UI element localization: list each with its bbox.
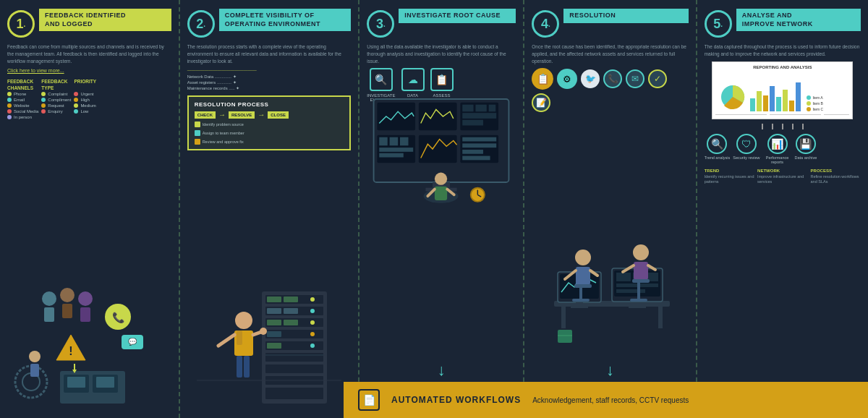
svg-rect-74 (463, 144, 497, 148)
step-5-bottom-text: TREND Identify recurring issues and patt… (705, 169, 861, 184)
svg-rect-37 (267, 331, 281, 337)
svg-point-31 (310, 309, 315, 313)
svg-point-84 (435, 173, 447, 185)
step-4-desc: Once the root cause has been identified,… (532, 43, 688, 64)
step-3-column: 3. INVESTIGATE ROOT CAUSE Using all the … (359, 0, 524, 418)
svg-text:💬: 💬 (128, 337, 137, 346)
svg-rect-57 (378, 103, 416, 130)
step-3-number: 3. (367, 10, 394, 38)
svg-rect-117 (630, 299, 647, 302)
svg-rect-108 (574, 284, 592, 288)
step-1-column: 1. FEEDBACK IDENTIFIED AND LOGGED Feedba… (0, 0, 180, 418)
step-1-illustration: ! 📞 💬 (7, 124, 171, 411)
step-5-number: 5. (705, 10, 732, 38)
step-3-title: INVESTIGATE ROOT CAUSE (399, 9, 516, 23)
svg-rect-105 (576, 267, 590, 285)
step-2-header: 2. COMPLETE VISIBILITY OF OPERATING ENVI… (187, 9, 352, 38)
svg-rect-7 (80, 307, 90, 322)
svg-rect-42 (265, 353, 323, 362)
step-5-bottom-icons: 🔍 Trend analysis 🛡 Security review 📊 Per… (705, 134, 861, 164)
performance-label: Performance reports (763, 155, 792, 164)
priority-type: PRIORITY Urgent High Medium Low (74, 79, 96, 119)
svg-rect-90 (658, 307, 663, 328)
svg-rect-110 (572, 299, 590, 302)
step-2-column: 2. COMPLETE VISIBILITY OF OPERATING ENVI… (180, 0, 360, 418)
workflows-icon: 📄 (358, 389, 380, 411)
svg-point-47 (235, 312, 252, 329)
svg-rect-26 (284, 297, 298, 302)
archive-label: Data archive (795, 155, 817, 160)
data-inputs: ———————————————— Network Data ..........… (187, 68, 352, 91)
trend-analysis-item: 🔍 Trend analysis (705, 134, 731, 164)
res-box-1: CHECK (195, 111, 216, 119)
step-4-arrow: ↓ (532, 362, 688, 378)
svg-rect-97 (616, 273, 631, 281)
svg-rect-115 (632, 279, 650, 283)
svg-line-50 (218, 335, 234, 346)
archive-item: 💾 Data archive (795, 134, 817, 164)
svg-rect-63 (463, 113, 497, 119)
reporting-screen: REPORTING AND ANALYSIS (712, 61, 853, 119)
svg-rect-45 (265, 388, 323, 399)
step-4-title: RESOLUTION (563, 9, 688, 23)
step-3-header: 3. INVESTIGATE ROOT CAUSE (367, 9, 516, 38)
svg-rect-66 (380, 137, 388, 145)
svg-rect-69 (380, 148, 414, 152)
svg-rect-112 (634, 262, 648, 280)
svg-rect-94 (571, 306, 588, 308)
step-5-title: ANALYSE AND IMPROVE NETWORK (736, 9, 861, 31)
step-5-column: 5. ANALYSE AND IMPROVE NETWORK The data … (697, 0, 868, 418)
step-1-header: 1. FEEDBACK IDENTIFIED AND LOGGED (7, 9, 171, 38)
res-box-3: CLOSE (268, 111, 289, 119)
feedback-type: FEEDBACK TYPE Complaint Compliment Reque… (41, 79, 71, 119)
svg-point-35 (310, 320, 315, 325)
performance-item: 📊 Performance reports (763, 134, 792, 164)
svg-rect-60 (463, 105, 474, 112)
screen-legs (705, 124, 861, 129)
svg-point-41 (310, 344, 315, 348)
banner-subtitle: Acknowledgement, staff records, CCTV req… (532, 396, 689, 404)
step-4-illustration (532, 118, 688, 362)
svg-rect-99 (648, 273, 658, 281)
investigate-icon: 🔍 (370, 68, 393, 91)
resolution-process-box: RESOLUTION PROCESS CHECK → RESOLVE → CLO… (187, 95, 352, 150)
svg-rect-75 (463, 150, 484, 154)
svg-point-54 (260, 328, 267, 335)
performance-icon: 📊 (767, 134, 788, 154)
step-4-header: 4. RESOLUTION (532, 9, 688, 38)
step-4-number: 4. (532, 10, 559, 38)
step-1-sub-items: FEEDBACK CHANNELS Phone Email Website So… (7, 79, 171, 119)
steps-row: 1. FEEDBACK IDENTIFIED AND LOGGED Feedba… (0, 0, 868, 418)
step-4-column: 4. RESOLUTION Once the root cause has be… (524, 0, 697, 418)
step-2-desc: The resolution process starts with a com… (187, 43, 352, 64)
records-icon: 📋 (430, 68, 454, 91)
svg-rect-85 (435, 187, 447, 200)
svg-point-4 (60, 288, 75, 302)
step-3-desc: Using all the data available the investi… (367, 43, 516, 64)
svg-point-19 (29, 351, 41, 362)
data-icon: ☁ (401, 68, 425, 91)
svg-point-38 (310, 332, 315, 336)
security-icon: 🛡 (736, 134, 757, 154)
svg-rect-29 (267, 308, 281, 314)
step-2-number: 2. (187, 10, 215, 38)
trend-icon: 🔍 (707, 134, 727, 154)
svg-rect-33 (267, 320, 281, 325)
res-box-2: RESOLVE (229, 111, 255, 119)
svg-rect-53 (244, 356, 250, 378)
svg-rect-40 (267, 343, 281, 349)
step-5-header: 5. ANALYSE AND IMPROVE NETWORK (705, 9, 861, 38)
security-review-item: 🛡 Security review (733, 134, 760, 164)
archive-icon: 💾 (796, 134, 816, 154)
svg-rect-68 (400, 137, 408, 145)
security-label: Security review (733, 155, 760, 160)
step-1-link[interactable]: Click here to view more... (7, 68, 171, 73)
svg-rect-34 (284, 320, 298, 325)
svg-point-104 (575, 249, 591, 265)
svg-rect-62 (489, 105, 496, 112)
main-container: 1. FEEDBACK IDENTIFIED AND LOGGED Feedba… (0, 0, 868, 418)
resolution-actions: 📋 ⚙ 🐦 📞 ✉ ✓ 📝 (532, 68, 688, 112)
svg-rect-43 (265, 364, 323, 373)
step-1-desc: Feedback can come from multiple sources … (7, 43, 171, 64)
trend-label: Trend analysis (705, 155, 731, 160)
